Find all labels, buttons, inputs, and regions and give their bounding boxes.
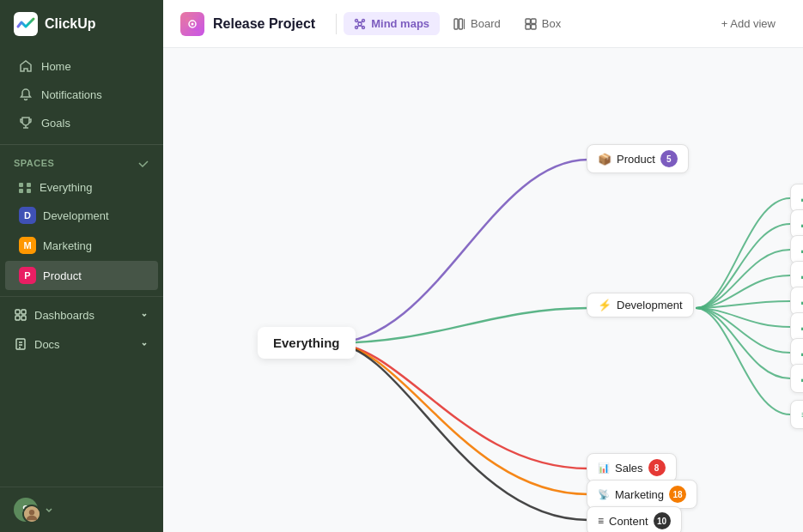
- topbar: Release Project Mind maps Board Box + Ad…: [163, 0, 803, 48]
- mindmap-node-product[interactable]: 📦 Product 5: [587, 144, 689, 173]
- spaces-checkmark-icon: [137, 157, 149, 169]
- svg-point-6: [29, 510, 34, 515]
- mindmap-node-content[interactable]: ≡ Content 10: [587, 506, 682, 532]
- home-icon: [19, 59, 33, 73]
- clickup-logo-icon: [14, 12, 38, 36]
- bell-icon: [19, 88, 33, 101]
- marketing-icon: 📡: [598, 489, 610, 500]
- mindmap-svg: [163, 48, 803, 532]
- mindmap-node-android[interactable]: ▬ Android 4: [790, 364, 803, 393]
- svg-rect-3: [15, 316, 20, 320]
- user-avatar-container: S: [14, 498, 38, 522]
- trophy-icon: [19, 116, 33, 130]
- board-tab-icon: [453, 18, 465, 30]
- sidebar-item-development[interactable]: D Development: [5, 201, 158, 230]
- sidebar-item-product[interactable]: P Product: [5, 261, 158, 290]
- sidebar-item-goals[interactable]: Goals: [5, 109, 158, 136]
- user-profile[interactable]: S: [0, 487, 163, 532]
- product-badge: 5: [660, 150, 678, 167]
- mindmap-root-node[interactable]: Everything: [258, 327, 356, 359]
- topbar-divider: [336, 14, 337, 34]
- sidebar-bottom-section: Dashboards Docs: [0, 296, 163, 362]
- project-title: Release Project: [213, 16, 315, 32]
- user-face-icon: [24, 505, 40, 523]
- main-nav: Home Notifications Goals: [0, 48, 163, 141]
- add-view-button[interactable]: + Add view: [711, 12, 786, 35]
- mindmap-tab-icon: [354, 18, 366, 30]
- mindmap-node-ios[interactable]: ▬ iOS 1: [790, 338, 803, 367]
- marketing-badge: 18: [669, 486, 686, 503]
- svg-rect-19: [531, 19, 536, 24]
- svg-rect-20: [526, 24, 531, 29]
- user-photo-avatar: [22, 505, 41, 523]
- user-dropdown-icon: [45, 505, 53, 514]
- sales-icon: 📊: [598, 462, 610, 474]
- project-header: Release Project: [180, 12, 315, 36]
- docs-icon: [14, 337, 27, 351]
- box-tab-icon: [525, 18, 537, 30]
- mindmap-node-roadmap[interactable]: ▬ Roadmap 11: [790, 184, 803, 213]
- product-avatar: P: [19, 267, 36, 284]
- mindmap-node-marketing[interactable]: 📡 Marketing 18: [587, 480, 697, 509]
- tab-mindmaps[interactable]: Mind maps: [344, 12, 440, 35]
- sidebar-item-docs[interactable]: Docs: [0, 329, 163, 359]
- marketing-avatar: M: [19, 237, 36, 254]
- svg-rect-4: [21, 316, 26, 320]
- project-shape-icon: [186, 17, 199, 31]
- mindmap-node-tooling[interactable]: ▬ Tooling 5: [790, 261, 803, 290]
- mindmap-area: Everything 📦 Product 5 ⚡ Development 📊 S…: [163, 48, 803, 532]
- svg-point-9: [192, 22, 194, 25]
- docs-chevron-icon: [139, 339, 149, 349]
- svg-rect-16: [459, 19, 463, 29]
- spaces-section-header: Spaces: [0, 148, 163, 172]
- svg-rect-0: [14, 12, 38, 36]
- main-content: Release Project Mind maps Board Box + Ad…: [163, 0, 803, 532]
- sidebar-item-notifications[interactable]: Notifications: [5, 81, 158, 108]
- sidebar-item-dashboards[interactable]: Dashboards: [0, 300, 163, 329]
- svg-rect-21: [531, 24, 536, 29]
- mindmap-node-analytics[interactable]: ▬ Analytics 5: [790, 312, 803, 342]
- mindmap-node-automation[interactable]: ▬ Automation 6: [790, 209, 803, 239]
- sidebar: ClickUp Home Notifications Goals Spaces …: [0, 0, 163, 532]
- mindmap-node-qa[interactable]: ▬ QA 11: [790, 287, 803, 316]
- topbar-tabs: Mind maps Board Box: [344, 12, 711, 35]
- content-badge: 10: [654, 512, 671, 529]
- sidebar-item-home[interactable]: Home: [5, 52, 158, 80]
- svg-rect-15: [454, 19, 458, 29]
- development-icon: ⚡: [598, 299, 611, 311]
- sales-badge: 8: [648, 459, 666, 476]
- svg-rect-2: [21, 310, 26, 314]
- mindmap-node-sales[interactable]: 📊 Sales 8: [587, 453, 677, 482]
- svg-rect-1: [15, 310, 20, 314]
- svg-rect-17: [464, 19, 465, 29]
- development-avatar: D: [19, 207, 36, 224]
- spaces-list: Everything D Development M Marketing P P…: [0, 172, 163, 293]
- mindmap-node-sprints[interactable]: ▬ Sprints 11: [790, 235, 803, 264]
- dashboards-chevron-icon: [139, 310, 149, 320]
- content-icon: ≡: [598, 515, 604, 527]
- product-icon: 📦: [598, 153, 611, 166]
- mindmap-node-notes[interactable]: ≡ Notes 3: [790, 400, 803, 429]
- app-logo[interactable]: ClickUp: [0, 0, 163, 48]
- mindmap-node-development[interactable]: ⚡ Development: [587, 293, 694, 317]
- tab-box[interactable]: Box: [514, 12, 571, 35]
- project-icon: [180, 12, 204, 36]
- sidebar-item-marketing[interactable]: M Marketing: [5, 231, 158, 260]
- svg-rect-18: [526, 19, 531, 24]
- dashboards-icon: [14, 308, 27, 322]
- tab-board[interactable]: Board: [443, 12, 511, 35]
- sidebar-item-everything[interactable]: Everything: [5, 175, 158, 200]
- svg-point-10: [358, 22, 362, 26]
- everything-grid-icon: [19, 183, 33, 193]
